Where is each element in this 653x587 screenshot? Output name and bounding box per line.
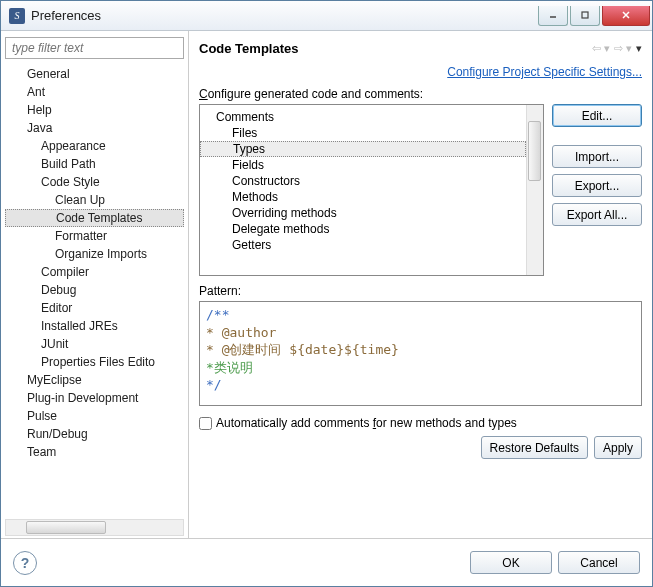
cancel-button[interactable]: Cancel (558, 551, 640, 574)
sidebar-item-debug[interactable]: Debug (5, 281, 184, 299)
content-pane: Code Templates ⇦ ▾ ⇨ ▾ ▾ Configure Proje… (189, 31, 652, 538)
sidebar-item-clean-up[interactable]: Clean Up (5, 191, 184, 209)
footer: ? OK Cancel (1, 538, 652, 586)
svg-rect-1 (582, 12, 588, 18)
maximize-button[interactable] (570, 6, 600, 26)
preferences-window: S Preferences GeneralAntHelpJavaAppearan… (0, 0, 653, 587)
filter-input[interactable] (5, 37, 184, 59)
sidebar-item-build-path[interactable]: Build Path (5, 155, 184, 173)
restore-defaults-button[interactable]: Restore Defaults (481, 436, 588, 459)
sidebar-item-code-style[interactable]: Code Style (5, 173, 184, 191)
template-item-files[interactable]: Files (200, 125, 526, 141)
template-item-fields[interactable]: Fields (200, 157, 526, 173)
sidebar-item-installed-jres[interactable]: Installed JREs (5, 317, 184, 335)
export-all-button[interactable]: Export All... (552, 203, 642, 226)
template-item-methods[interactable]: Methods (200, 189, 526, 205)
template-item-constructors[interactable]: Constructors (200, 173, 526, 189)
template-list[interactable]: CommentsFilesTypesFieldsConstructorsMeth… (199, 104, 544, 276)
ok-button[interactable]: OK (470, 551, 552, 574)
sidebar-item-editor[interactable]: Editor (5, 299, 184, 317)
configure-project-link[interactable]: Configure Project Specific Settings... (447, 65, 642, 79)
nav-icons: ⇦ ▾ ⇨ ▾ ▾ (592, 42, 642, 55)
sidebar-item-general[interactable]: General (5, 65, 184, 83)
template-item-getters[interactable]: Getters (200, 237, 526, 253)
help-icon[interactable]: ? (13, 551, 37, 575)
sidebar-item-appearance[interactable]: Appearance (5, 137, 184, 155)
sidebar-item-ant[interactable]: Ant (5, 83, 184, 101)
sidebar-item-junit[interactable]: JUnit (5, 335, 184, 353)
sidebar-item-help[interactable]: Help (5, 101, 184, 119)
page-title: Code Templates (199, 41, 592, 56)
import-button[interactable]: Import... (552, 145, 642, 168)
auto-comments-checkbox[interactable] (199, 417, 212, 430)
sidebar-item-plug-in-development[interactable]: Plug-in Development (5, 389, 184, 407)
template-item-overriding-methods[interactable]: Overriding methods (200, 205, 526, 221)
sidebar-item-properties-files-edito[interactable]: Properties Files Edito (5, 353, 184, 371)
edit-button[interactable]: Edit... (552, 104, 642, 127)
sidebar: GeneralAntHelpJavaAppearanceBuild PathCo… (1, 31, 189, 538)
template-list-vscrollbar[interactable] (526, 105, 543, 275)
template-item-delegate-methods[interactable]: Delegate methods (200, 221, 526, 237)
pattern-label: Pattern: (199, 284, 642, 298)
sidebar-item-team[interactable]: Team (5, 443, 184, 461)
sidebar-item-java[interactable]: Java (5, 119, 184, 137)
sidebar-item-pulse[interactable]: Pulse (5, 407, 184, 425)
auto-comments-label: Automatically add comments for new metho… (216, 416, 517, 430)
sidebar-item-myeclipse[interactable]: MyEclipse (5, 371, 184, 389)
section-label: Configure generated code and comments: (199, 87, 642, 101)
sidebar-item-code-templates[interactable]: Code Templates (5, 209, 184, 227)
export-button[interactable]: Export... (552, 174, 642, 197)
menu-icon[interactable]: ▾ (636, 42, 642, 55)
minimize-button[interactable] (538, 6, 568, 26)
forward-icon[interactable]: ⇨ ▾ (614, 42, 632, 55)
body: GeneralAntHelpJavaAppearanceBuild PathCo… (1, 31, 652, 538)
template-item-types[interactable]: Types (200, 141, 526, 157)
close-button[interactable] (602, 6, 650, 26)
titlebar[interactable]: S Preferences (1, 1, 652, 31)
sidebar-item-organize-imports[interactable]: Organize Imports (5, 245, 184, 263)
sidebar-item-compiler[interactable]: Compiler (5, 263, 184, 281)
apply-button[interactable]: Apply (594, 436, 642, 459)
pattern-preview: /** * @author * @创建时间 ${date}${time} *类说… (199, 301, 642, 406)
sidebar-item-formatter[interactable]: Formatter (5, 227, 184, 245)
template-item-comments[interactable]: Comments (200, 109, 526, 125)
category-tree[interactable]: GeneralAntHelpJavaAppearanceBuild PathCo… (5, 63, 184, 519)
sidebar-hscrollbar[interactable] (5, 519, 184, 536)
sidebar-item-run-debug[interactable]: Run/Debug (5, 425, 184, 443)
window-title: Preferences (31, 8, 536, 23)
back-icon[interactable]: ⇦ ▾ (592, 42, 610, 55)
app-icon: S (9, 8, 25, 24)
